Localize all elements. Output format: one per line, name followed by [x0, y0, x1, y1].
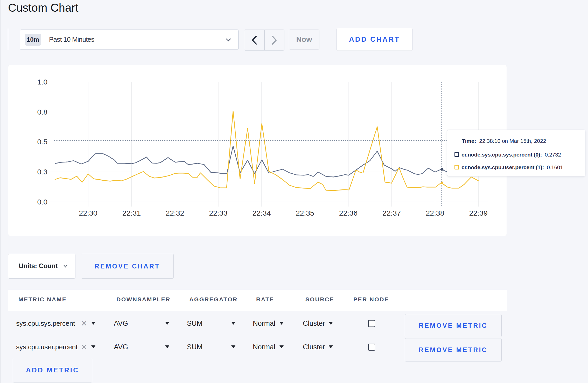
svg-text:0.5: 0.5	[37, 138, 47, 146]
svg-text:0.3: 0.3	[37, 168, 47, 176]
svg-text:22:39: 22:39	[469, 209, 487, 217]
svg-text:22:38: 22:38	[426, 209, 444, 217]
svg-text:22:31: 22:31	[122, 209, 141, 217]
svg-text:22:37: 22:37	[382, 209, 401, 217]
svg-text:22:33: 22:33	[209, 209, 227, 217]
svg-text:22:35: 22:35	[296, 209, 314, 217]
svg-text:22:34: 22:34	[252, 209, 271, 217]
svg-text:22:36: 22:36	[339, 209, 358, 217]
svg-text:1.0: 1.0	[37, 78, 47, 86]
svg-text:22:32: 22:32	[166, 209, 184, 217]
svg-text:0.8: 0.8	[37, 108, 47, 116]
svg-text:22:30: 22:30	[79, 209, 97, 217]
svg-text:0.0: 0.0	[37, 198, 47, 206]
